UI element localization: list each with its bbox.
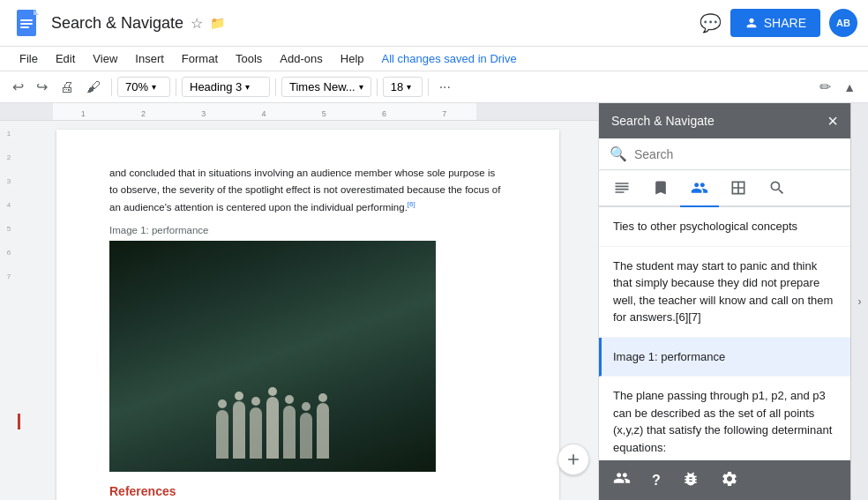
menu-view[interactable]: View: [84, 47, 126, 71]
menu-help[interactable]: Help: [332, 47, 373, 71]
panel-people-button[interactable]: [610, 467, 634, 493]
panel-close-button[interactable]: ×: [827, 112, 838, 130]
print-button[interactable]: 🖨: [55, 76, 79, 99]
format-paint-button[interactable]: 🖌: [81, 76, 106, 99]
ruler: 1 2 3 4 5 6 7: [0, 103, 598, 121]
ballet-image: [109, 241, 436, 472]
left-margin: 1 2 3 4 5 6 7: [0, 121, 18, 500]
tab-search[interactable]: [758, 170, 797, 207]
star-icon[interactable]: ☆: [191, 15, 203, 32]
font-size-select[interactable]: 18 ▾: [383, 77, 423, 97]
floating-action-button[interactable]: [557, 444, 589, 475]
menu-file[interactable]: File: [11, 47, 47, 71]
svg-rect-3: [20, 23, 33, 25]
tab-table[interactable]: [719, 170, 758, 207]
panel-collapse-handle[interactable]: ›: [850, 103, 868, 500]
tab-bookmarks[interactable]: [641, 170, 680, 207]
docs-icon: [14, 7, 39, 39]
plus-icon: [565, 451, 582, 468]
share-label: SHARE: [764, 16, 806, 30]
menu-tools[interactable]: Tools: [227, 47, 271, 71]
panel-item-3[interactable]: Image 1: performance: [599, 338, 850, 377]
svg-rect-4: [20, 26, 29, 28]
search-navigate-panel: Search & Navigate × 🔍: [598, 103, 850, 500]
panel-settings-button[interactable]: [717, 468, 742, 493]
title-area: Search & Navigate ☆ 📁: [51, 14, 691, 33]
font-select[interactable]: Times New... ▾: [281, 77, 371, 97]
superscript-ref: [6]: [408, 200, 415, 208]
collapse-toolbar-button[interactable]: ▲: [838, 77, 861, 98]
panel-tabs: [599, 170, 850, 207]
references-heading: References: [109, 484, 506, 498]
zoom-select[interactable]: 70% ▾: [117, 77, 170, 97]
panel-item-2[interactable]: The student may start to panic and think…: [599, 247, 850, 338]
panel-search-bar: 🔍: [599, 138, 850, 170]
panel-item-4[interactable]: The plane passing through p1, p2, and p3…: [599, 377, 850, 460]
svg-rect-2: [20, 19, 33, 21]
person-icon: [745, 16, 759, 30]
document-area[interactable]: 1 2 3 4 5 6 7 and concluded that in situ…: [0, 121, 598, 500]
saved-status: All changes saved in Drive: [382, 52, 517, 65]
undo-button[interactable]: ↩: [7, 75, 29, 99]
tab-paragraphs[interactable]: [602, 170, 641, 207]
heading-chevron-icon: ▾: [245, 82, 250, 92]
page-text-paragraph: and concluded that in situations involvi…: [109, 165, 506, 216]
heading-select[interactable]: Heading 3 ▾: [182, 77, 270, 97]
font-chevron-icon: ▾: [359, 82, 363, 92]
image-caption: Image 1: performance: [109, 225, 506, 235]
menu-insert[interactable]: Insert: [126, 47, 173, 71]
panel-search-input[interactable]: [634, 147, 840, 161]
tab-people[interactable]: [680, 170, 719, 207]
panel-content[interactable]: Ties to other psychological concepts The…: [599, 207, 850, 460]
left-indicator: [18, 414, 20, 429]
folder-icon[interactable]: 📁: [210, 16, 225, 30]
menu-addons[interactable]: Add-ons: [271, 47, 331, 71]
panel-item-1[interactable]: Ties to other psychological concepts: [599, 207, 850, 247]
more-button[interactable]: ···: [434, 76, 456, 99]
document-page: and concluded that in situations involvi…: [56, 130, 559, 500]
menu-edit[interactable]: Edit: [47, 47, 84, 71]
share-button[interactable]: SHARE: [730, 9, 820, 37]
size-chevron-icon: ▾: [407, 82, 411, 92]
panel-header: Search & Navigate ×: [599, 103, 850, 138]
zoom-chevron-icon: ▾: [152, 82, 156, 92]
menu-format[interactable]: Format: [173, 47, 227, 71]
comment-button[interactable]: 💬: [700, 12, 722, 34]
pen-button[interactable]: ✏: [814, 75, 836, 99]
doc-title: Search & Navigate: [51, 14, 183, 33]
panel-bottom-bar: ?: [599, 460, 850, 500]
panel-search-icon: 🔍: [610, 146, 627, 162]
app-icon: [11, 5, 42, 41]
panel-help-button[interactable]: ?: [648, 471, 664, 490]
avatar: AB: [829, 9, 857, 37]
redo-button[interactable]: ↪: [31, 75, 53, 99]
panel-title: Search & Navigate: [611, 114, 715, 128]
panel-bug-button[interactable]: [678, 468, 703, 493]
